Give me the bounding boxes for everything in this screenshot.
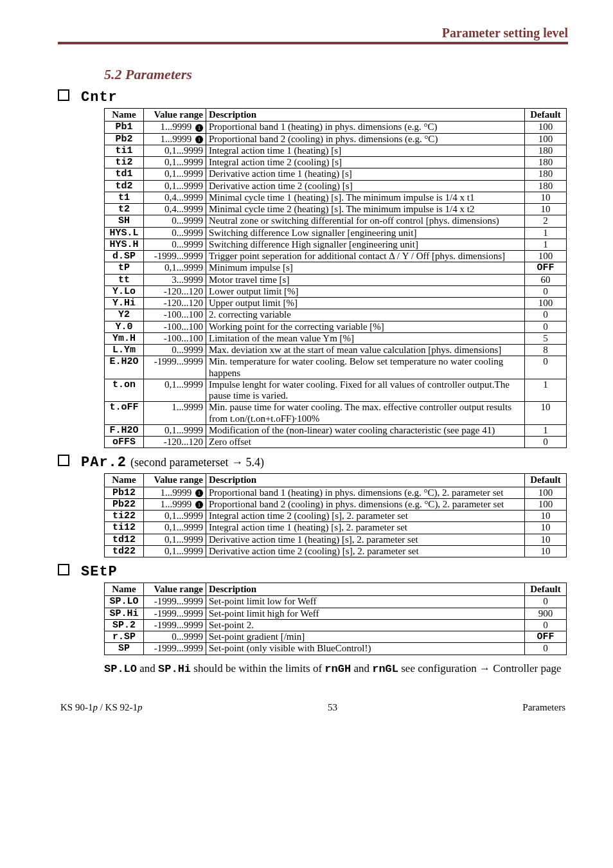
group-code: Cntr bbox=[81, 89, 118, 105]
param-name: r.SP bbox=[105, 631, 144, 643]
col-header: Default bbox=[525, 583, 567, 596]
param-default: 5 bbox=[525, 332, 567, 344]
table-row: t.oFF1...9999Min. pause time for water c… bbox=[105, 402, 567, 425]
param-desc: Set-point limit low for Weff bbox=[206, 596, 525, 608]
param-desc: Integral action time 2 (cooling) [s], 2.… bbox=[206, 511, 525, 522]
table-row: t20,4...9999Minimal cycle time 2 (heatin… bbox=[105, 204, 567, 215]
table-row: Pb221...9999 1Proportional band 2 (cooli… bbox=[105, 498, 567, 510]
table-row: d.SP-1999...9999Trigger point seperation… bbox=[105, 251, 567, 262]
table-row: t.on0,1...9999Impulse lenght for water c… bbox=[105, 379, 567, 402]
param-default: 1 bbox=[525, 424, 567, 436]
parameter-table: NameValue rangeDescriptionDefaultPb121..… bbox=[104, 473, 567, 557]
footer-left: KS 90-1p / KS 92-1p bbox=[60, 702, 143, 713]
param-range: -120...120 bbox=[144, 298, 206, 309]
param-name: ti1 bbox=[105, 145, 144, 156]
table-row: Ym.H-100...100Limitation of the mean val… bbox=[105, 332, 567, 344]
param-desc: Trigger point seperation for additional … bbox=[206, 251, 525, 262]
param-desc: Impulse lenght for water cooling. Fixed … bbox=[206, 379, 525, 402]
table-row: HYS.H0...9999Switching difference High s… bbox=[105, 239, 567, 250]
param-desc: Integral action time 1 (heating) [s] bbox=[206, 145, 525, 156]
table-row: r.SP0...9999Set-point gradient [/min]OFF bbox=[105, 631, 567, 643]
note-t1: and bbox=[137, 662, 158, 674]
param-desc: Modification of the (non-linear) water c… bbox=[206, 424, 525, 436]
param-name: tP bbox=[105, 262, 144, 274]
note-seg1: SP.LO bbox=[104, 663, 137, 675]
param-name: ti22 bbox=[105, 511, 144, 522]
param-default: 10 bbox=[525, 402, 567, 425]
col-header: Default bbox=[525, 109, 567, 122]
param-range: 1...9999 bbox=[144, 402, 206, 425]
param-name: td12 bbox=[105, 534, 144, 545]
param-desc: Minimal cycle time 1 (heating) [s]. The … bbox=[206, 192, 525, 203]
param-range: 0,1...9999 bbox=[144, 168, 206, 180]
param-desc: Integral action time 1 (heating) [s], 2.… bbox=[206, 522, 525, 534]
note-dot-icon: 1 bbox=[195, 124, 203, 132]
table-row: L.Ym0...9999Max. deviation xw at the sta… bbox=[105, 345, 567, 356]
note-seg4: rnGL bbox=[372, 663, 398, 675]
table-row: SP.Hi-1999...9999Set-point limit high fo… bbox=[105, 608, 567, 619]
table-row: Pb21...9999 1Proportional band 2 (coolin… bbox=[105, 133, 567, 145]
page-footer: KS 90-1p / KS 92-1p 53 Parameters bbox=[58, 702, 568, 713]
col-header: Name bbox=[105, 583, 144, 596]
param-default: 180 bbox=[525, 145, 567, 156]
param-name: E.H2O bbox=[105, 356, 144, 379]
param-range: 0,1...9999 bbox=[144, 545, 206, 557]
group-code: PAr.2 bbox=[81, 455, 127, 471]
table-row: ti120,1...9999Integral action time 1 (he… bbox=[105, 522, 567, 534]
param-range: -1999...9999 bbox=[144, 596, 206, 608]
table-row: Y2-100...1002. correcting variable0 bbox=[105, 309, 567, 321]
col-header: Description bbox=[206, 474, 525, 487]
param-desc: Min. temperature for water cooling. Belo… bbox=[206, 356, 525, 379]
param-default: 2 bbox=[525, 215, 567, 227]
param-desc: Proportional band 2 (cooling) in phys. d… bbox=[206, 498, 525, 510]
param-range: 0,1...9999 bbox=[144, 522, 206, 534]
param-default: 0 bbox=[525, 596, 567, 608]
note-dot-icon: 1 bbox=[195, 501, 203, 509]
param-name: HYS.H bbox=[105, 239, 144, 250]
page-header: Parameter setting level bbox=[58, 26, 568, 47]
param-default: OFF bbox=[525, 262, 567, 274]
note-seg3: rnGH bbox=[324, 663, 351, 675]
param-desc: Proportional band 2 (cooling) in phys. d… bbox=[206, 133, 525, 145]
param-range: 0...9999 bbox=[144, 345, 206, 356]
param-default: 10 bbox=[525, 192, 567, 203]
param-default: 900 bbox=[525, 608, 567, 619]
section-title: 5.2 Parameters bbox=[104, 66, 568, 83]
param-desc: Upper output limit [%] bbox=[206, 298, 525, 309]
param-name: SP.2 bbox=[105, 619, 144, 631]
param-name: Y2 bbox=[105, 309, 144, 321]
param-desc: Motor travel time [s] bbox=[206, 274, 525, 285]
col-header: Value range bbox=[144, 109, 206, 122]
group-note: (second parameterset → 5.4) bbox=[130, 456, 264, 469]
param-default: 180 bbox=[525, 168, 567, 180]
param-range: 1...9999 1 bbox=[144, 487, 206, 498]
param-desc: Set-point (only visible with BlueControl… bbox=[206, 643, 525, 655]
note-t3: and bbox=[351, 662, 372, 674]
param-name: Pb22 bbox=[105, 498, 144, 510]
param-default: 10 bbox=[525, 511, 567, 522]
param-name: Y.0 bbox=[105, 321, 144, 332]
table-row: oFFS-120...120Zero offset0 bbox=[105, 437, 567, 448]
table-row: E.H2O-1999...9999Min. temperature for wa… bbox=[105, 356, 567, 379]
param-range: 0,4...9999 bbox=[144, 204, 206, 215]
param-desc: Set-point gradient [/min] bbox=[206, 631, 525, 643]
header-text: Parameter setting level bbox=[442, 26, 568, 40]
table-row: td10,1...9999Derivative action time 1 (h… bbox=[105, 168, 567, 180]
param-range: 0,4...9999 bbox=[144, 192, 206, 203]
table-row: SP.2-1999...9999Set-point 2.0 bbox=[105, 619, 567, 631]
note-dot-icon: 1 bbox=[195, 136, 203, 143]
param-desc: Working point for the correcting variabl… bbox=[206, 321, 525, 332]
param-default: 0 bbox=[525, 309, 567, 321]
param-desc: Integral action time 2 (cooling) [s] bbox=[206, 157, 525, 168]
param-range: 0...9999 bbox=[144, 239, 206, 250]
param-desc: Switching difference Low signaller [engi… bbox=[206, 227, 525, 239]
note-dot-icon: 1 bbox=[195, 489, 203, 497]
param-range: -1999...9999 bbox=[144, 608, 206, 619]
param-default: 10 bbox=[525, 534, 567, 545]
param-range: -100...100 bbox=[144, 309, 206, 321]
param-name: SP.LO bbox=[105, 596, 144, 608]
param-range: 0...9999 bbox=[144, 631, 206, 643]
param-name: td2 bbox=[105, 180, 144, 192]
col-header: Default bbox=[525, 474, 567, 487]
group-code: SEtP bbox=[81, 564, 118, 580]
